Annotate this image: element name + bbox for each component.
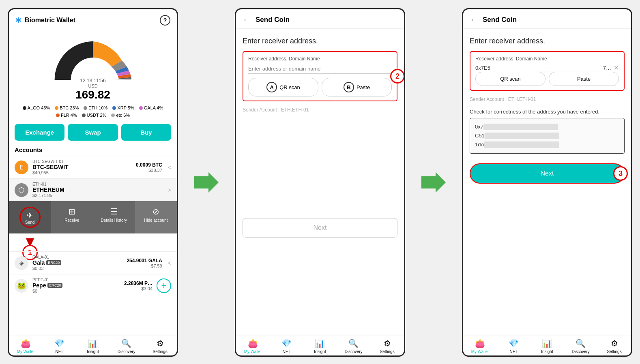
address-label-2: Receiver address, Domain Name (248, 56, 392, 62)
step3-annotation: 3 (613, 166, 628, 181)
clear-address-button[interactable]: ✕ (614, 64, 619, 72)
back-button-2[interactable]: ← (243, 15, 251, 24)
receive-button[interactable]: ⊞ Receive (51, 201, 93, 233)
next-btn-wrap-3: Next 3 (470, 163, 625, 184)
screen3-content: Enter receiver address. Receiver address… (463, 29, 631, 336)
next-button-3[interactable]: Next (470, 163, 625, 184)
nav-mywallet-label-2: My Wallet (244, 349, 262, 354)
screen1-phone: ✱ Biometric Wallet ? (8, 8, 178, 357)
nav-discovery-label-2: Discovery (345, 349, 363, 354)
nav-insight-3[interactable]: 📊 Insight (530, 338, 564, 354)
next-button-2[interactable]: Next (243, 218, 397, 238)
nav-nft-2[interactable]: 💎 NFT (270, 338, 303, 354)
nav-settings-label-3: Settings (607, 349, 622, 354)
exchange-button[interactable]: Exchange (15, 124, 64, 141)
correctness-label: Check for correctness of the address you… (470, 109, 625, 115)
gala-icon: ◈ (15, 256, 28, 270)
account-row-pepe[interactable]: 🐸 PEPE-01 Pepe ERC20 $0 2.2836M P… $3.04… (9, 274, 177, 297)
nav-insight-1[interactable]: 📊 Insight (76, 338, 110, 354)
legend-dot-xrp (112, 106, 116, 110)
nav-insight-label-1: Insight (87, 349, 99, 354)
action-buttons-group: Exchange Swap Buy (9, 121, 177, 145)
nav-settings-1[interactable]: ⚙ Settings (143, 338, 177, 354)
balance-label: USD (75, 84, 110, 88)
swap-button[interactable]: Swap (68, 124, 118, 141)
eth-name: ETHEREUM (32, 186, 162, 193)
screen3-heading: Enter receiver address. (470, 37, 625, 45)
nav-insight-2[interactable]: 📊 Insight (303, 338, 337, 354)
arrow1-container (194, 172, 219, 193)
legend-xrp: XRP 5% (112, 105, 134, 110)
legend-label-etc: etc 6% (116, 113, 130, 118)
qr-scan-button-2[interactable]: A QR scan (248, 78, 318, 96)
eth-swipe-actions: ✈ Send 1 ⊞ Receive ☰ Details History (9, 201, 177, 233)
nav-insight-label-2: Insight (314, 349, 326, 354)
nav-settings-label-1: Settings (153, 349, 168, 354)
nav-insight-label-3: Insight (541, 349, 553, 354)
arrow2-container (421, 172, 446, 193)
legend-dot-flr (56, 113, 60, 117)
nav-settings-2[interactable]: ⚙ Settings (370, 338, 404, 354)
sender-info-3: Sender Account : ETH.ETH-01 (470, 96, 625, 102)
paste-label-3: Paste (577, 76, 591, 82)
buy-button[interactable]: Buy (121, 124, 171, 141)
qr-scan-button-3[interactable]: QR scan (475, 72, 546, 86)
legend-label-eth: ETH 10% (88, 105, 107, 110)
legend-usdt: USDT 2% (82, 113, 107, 118)
nav-mywallet-2[interactable]: 👛 My Wallet (236, 338, 270, 354)
legend-dot-gala (139, 106, 143, 110)
pepe-crypto: 2.2836M P… (124, 280, 152, 286)
send-button[interactable]: ✈ Send 1 (9, 201, 51, 233)
settings-icon: ⚙ (157, 338, 164, 348)
step2-annotation: 2 (390, 69, 405, 84)
legend-eth: ETH 10% (84, 105, 107, 110)
details-history-button[interactable]: ☰ Details History (93, 201, 135, 233)
address-field-3[interactable] (533, 65, 601, 71)
gala-name: Gala (32, 259, 45, 266)
account-row-eth[interactable]: ⬡ ETH-01 ETHEREUM $2,171.85 > (9, 178, 177, 201)
btc-chevron: < (168, 164, 171, 171)
legend-label-btc: BTC 23% (60, 105, 79, 110)
nav-mywallet-1[interactable]: 👛 My Wallet (9, 338, 43, 354)
paste-label-2: Paste (357, 84, 370, 90)
discovery-icon-2: 🔍 (348, 338, 359, 348)
add-account-button[interactable]: + (157, 278, 171, 293)
app-title: Biometric Wallet (25, 17, 75, 24)
legend-dot-btc (55, 106, 58, 110)
nav-nft-label-2: NFT (282, 349, 290, 354)
wallet-icon-2: 👛 (248, 338, 258, 348)
svg-marker-1 (421, 172, 446, 193)
wallet-icon-3: 👛 (475, 338, 485, 348)
insight-icon: 📊 (88, 338, 98, 348)
nav-settings-3[interactable]: ⚙ Settings (597, 338, 631, 354)
paste-button-3[interactable]: Paste (549, 72, 619, 86)
nav-discovery-3[interactable]: 🔍 Discovery (564, 338, 597, 354)
nav-discovery-2[interactable]: 🔍 Discovery (337, 338, 370, 354)
pepe-tag: ERC20 (47, 283, 62, 288)
hide-account-button[interactable]: ⊘ Hide account (135, 201, 177, 233)
nav-discovery-1[interactable]: 🔍 Discovery (110, 338, 143, 354)
bluetooth-icon: ✱ (15, 16, 21, 25)
hide-label: Hide account (144, 218, 168, 223)
address-typed: 0x7E5 (475, 65, 530, 71)
screen3-header: ← Send Coin (463, 9, 631, 29)
back-button-3[interactable]: ← (470, 15, 478, 24)
nav-mywallet-3[interactable]: 👛 My Wallet (463, 338, 497, 354)
eth-icon: ⬡ (15, 183, 28, 197)
legend-dot-usdt (82, 113, 86, 117)
legend-gala: GALA 4% (139, 105, 163, 110)
nav-nft-1[interactable]: 💎 NFT (43, 338, 76, 354)
discovery-icon: 🔍 (121, 338, 131, 348)
nav-discovery-label-1: Discovery (118, 349, 135, 354)
account-row-gala[interactable]: ◈ GALA-01 Gala ERC20 $0.03 254.9031 GALA… (9, 251, 177, 274)
help-icon[interactable]: ? (160, 15, 170, 26)
btc-price: $40,955 (32, 170, 132, 175)
screen2-title: Send Coin (256, 16, 290, 24)
account-row-btc[interactable]: ₿ BTC-SEGWIT-01 BTC-SEGWIT $40,955 0.000… (9, 156, 177, 178)
gala-chevron: < (168, 260, 171, 266)
address-field-2[interactable] (248, 64, 392, 74)
nav-nft-3[interactable]: 💎 NFT (497, 338, 530, 354)
paste-button-2[interactable]: B Paste (322, 78, 392, 96)
pepe-id: PEPE-01 (32, 278, 120, 282)
legend-dot-eth (84, 106, 87, 110)
